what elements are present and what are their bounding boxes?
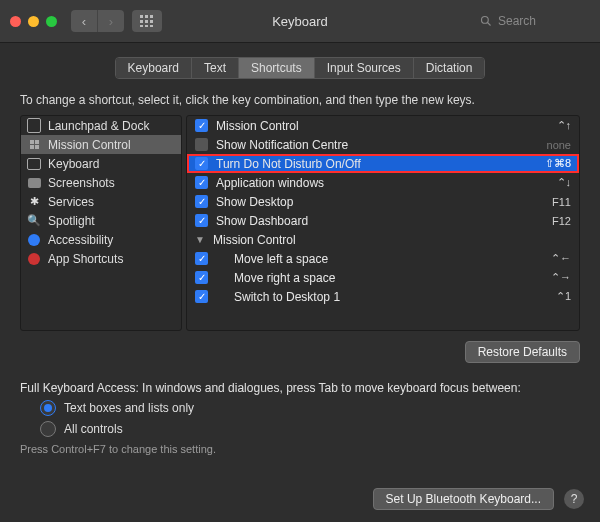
back-button[interactable]: ‹ <box>71 10 98 32</box>
help-button[interactable]: ? <box>564 489 584 509</box>
category-keyboard[interactable]: Keyboard <box>21 154 181 173</box>
keyboard-icon <box>27 157 41 171</box>
svg-rect-1 <box>145 15 148 18</box>
shortcut-key[interactable]: ⇧⌘8 <box>545 157 571 170</box>
close-icon[interactable] <box>10 16 21 27</box>
category-label: Screenshots <box>48 176 115 190</box>
mission-control-icon <box>27 138 41 152</box>
zoom-icon[interactable] <box>46 16 57 27</box>
category-screenshots[interactable]: Screenshots <box>21 173 181 192</box>
shortcut-key[interactable]: ⌃↓ <box>557 176 572 189</box>
shortcut-row[interactable]: ✓ Show Notification Centre none <box>187 135 579 154</box>
svg-rect-8 <box>150 25 153 27</box>
shortcut-row[interactable]: ✓ Switch to Desktop 1 ⌃1 <box>187 287 579 306</box>
shortcut-label: Move right a space <box>216 271 543 285</box>
category-label: App Shortcuts <box>48 252 123 266</box>
category-mission-control[interactable]: Mission Control <box>21 135 181 154</box>
shortcut-key[interactable]: ⌃↑ <box>557 119 572 132</box>
radio-label: All controls <box>64 422 123 436</box>
search-placeholder: Search <box>498 14 536 28</box>
svg-line-10 <box>488 23 491 26</box>
radio-text-boxes[interactable] <box>40 400 56 416</box>
checkbox[interactable]: ✓ <box>195 195 208 208</box>
services-icon: ✱ <box>27 195 41 209</box>
shortcut-row[interactable]: ✓ Show Desktop F11 <box>187 192 579 211</box>
tab-dictation[interactable]: Dictation <box>414 58 485 78</box>
shortcut-group-header[interactable]: ▼ Mission Control <box>187 230 579 249</box>
shortcut-row[interactable]: ✓ Move right a space ⌃→ <box>187 268 579 287</box>
checkbox[interactable]: ✓ <box>195 119 208 132</box>
category-accessibility[interactable]: Accessibility <box>21 230 181 249</box>
full-keyboard-access-text: Full Keyboard Access: In windows and dia… <box>20 381 580 395</box>
category-label: Mission Control <box>48 138 131 152</box>
shortcut-list: ✓ Mission Control ⌃↑ ✓ Show Notification… <box>186 115 580 331</box>
screenshots-icon <box>27 176 41 190</box>
shortcut-key[interactable]: ⌃→ <box>551 271 571 284</box>
accessibility-icon <box>27 233 41 247</box>
category-label: Spotlight <box>48 214 95 228</box>
show-all-button[interactable] <box>132 10 162 32</box>
shortcut-label: Application windows <box>216 176 549 190</box>
tab-shortcuts[interactable]: Shortcuts <box>239 58 315 78</box>
category-label: Accessibility <box>48 233 113 247</box>
radio-label: Text boxes and lists only <box>64 401 194 415</box>
svg-point-9 <box>482 17 489 24</box>
category-spotlight[interactable]: 🔍 Spotlight <box>21 211 181 230</box>
fka-hint: Press Control+F7 to change this setting. <box>20 443 580 455</box>
shortcut-label: Mission Control <box>213 233 571 247</box>
restore-defaults-button[interactable]: Restore Defaults <box>465 341 580 363</box>
shortcut-key[interactable]: ⌃← <box>551 252 571 265</box>
shortcut-label: Show Notification Centre <box>216 138 539 152</box>
category-services[interactable]: ✱ Services <box>21 192 181 211</box>
category-label: Launchpad & Dock <box>48 119 149 133</box>
svg-rect-3 <box>140 20 143 23</box>
checkbox[interactable]: ✓ <box>195 176 208 189</box>
shortcut-row[interactable]: ✓ Show Dashboard F12 <box>187 211 579 230</box>
radio-all-controls[interactable] <box>40 421 56 437</box>
category-label: Services <box>48 195 94 209</box>
tab-keyboard[interactable]: Keyboard <box>116 58 192 78</box>
shortcut-label: Show Dashboard <box>216 214 544 228</box>
shortcut-label: Switch to Desktop 1 <box>216 290 548 304</box>
minimize-icon[interactable] <box>28 16 39 27</box>
svg-rect-4 <box>145 20 148 23</box>
shortcut-label: Mission Control <box>216 119 549 133</box>
checkbox[interactable]: ✓ <box>195 157 208 170</box>
svg-rect-7 <box>145 25 148 27</box>
search-icon <box>480 15 492 27</box>
shortcut-key[interactable]: none <box>547 139 571 151</box>
svg-rect-0 <box>140 15 143 18</box>
launchpad-icon <box>27 119 41 133</box>
bluetooth-keyboard-button[interactable]: Set Up Bluetooth Keyboard... <box>373 488 554 510</box>
shortcut-key[interactable]: F11 <box>552 196 571 208</box>
shortcut-row-selected[interactable]: ✓ Turn Do Not Disturb On/Off ⇧⌘8 <box>187 154 579 173</box>
shortcut-label: Show Desktop <box>216 195 544 209</box>
category-label: Keyboard <box>48 157 99 171</box>
shortcut-row[interactable]: ✓ Application windows ⌃↓ <box>187 173 579 192</box>
checkbox[interactable]: ✓ <box>195 214 208 227</box>
checkbox[interactable]: ✓ <box>195 290 208 303</box>
checkbox[interactable]: ✓ <box>195 271 208 284</box>
app-shortcuts-icon <box>27 252 41 266</box>
checkbox[interactable]: ✓ <box>195 138 208 151</box>
svg-rect-5 <box>150 20 153 23</box>
category-list: Launchpad & Dock Mission Control Keyboar… <box>20 115 182 331</box>
shortcut-key[interactable]: ⌃1 <box>556 290 571 303</box>
tab-text[interactable]: Text <box>192 58 239 78</box>
tab-input-sources[interactable]: Input Sources <box>315 58 414 78</box>
search-field[interactable]: Search <box>480 14 590 28</box>
shortcut-label: Move left a space <box>216 252 543 266</box>
shortcut-row[interactable]: ✓ Move left a space ⌃← <box>187 249 579 268</box>
forward-button[interactable]: › <box>98 10 124 32</box>
tab-bar: Keyboard Text Shortcuts Input Sources Di… <box>115 57 486 79</box>
shortcut-label: Turn Do Not Disturb On/Off <box>216 157 537 171</box>
svg-rect-6 <box>140 25 143 27</box>
category-app-shortcuts[interactable]: App Shortcuts <box>21 249 181 268</box>
category-launchpad[interactable]: Launchpad & Dock <box>21 116 181 135</box>
shortcut-key[interactable]: F12 <box>552 215 571 227</box>
disclosure-triangle-icon[interactable]: ▼ <box>195 234 205 245</box>
checkbox[interactable]: ✓ <box>195 252 208 265</box>
spotlight-icon: 🔍 <box>27 214 41 228</box>
instruction-text: To change a shortcut, select it, click t… <box>20 93 580 107</box>
shortcut-row[interactable]: ✓ Mission Control ⌃↑ <box>187 116 579 135</box>
